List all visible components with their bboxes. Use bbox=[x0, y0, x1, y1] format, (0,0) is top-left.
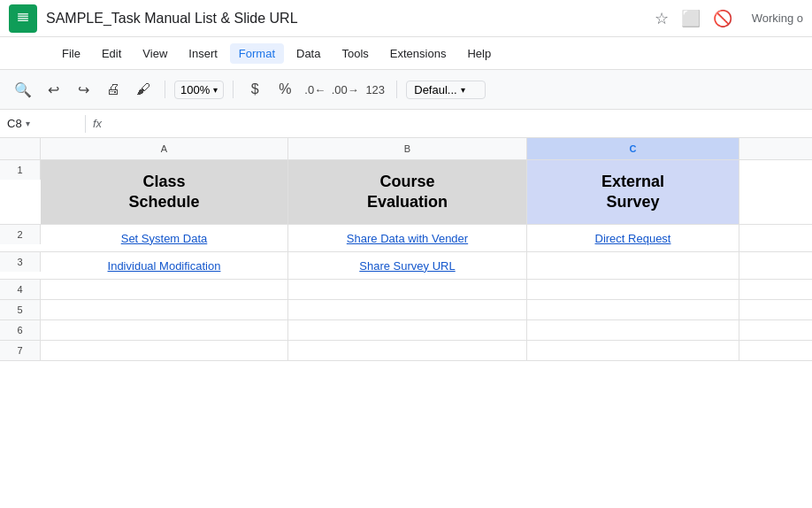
row-header-2: 2 bbox=[0, 225, 41, 244]
svg-rect-4 bbox=[18, 13, 28, 14]
title-icon-group: ☆ ⬜ 🚫 Working o bbox=[655, 9, 803, 28]
cell-a7[interactable] bbox=[41, 341, 288, 360]
menu-tools[interactable]: Tools bbox=[333, 43, 377, 64]
format-paint-button[interactable]: 🖌 bbox=[131, 77, 156, 102]
cell-a6[interactable] bbox=[41, 320, 288, 340]
table-row: 4 bbox=[0, 280, 812, 300]
format-select[interactable]: Defaul... ▾ bbox=[406, 81, 486, 99]
svg-rect-3 bbox=[18, 19, 28, 20]
cell-c5[interactable] bbox=[527, 300, 739, 319]
cell-ref-label: C8 bbox=[7, 117, 22, 130]
cell-a4[interactable] bbox=[41, 280, 288, 299]
menu-format[interactable]: Format bbox=[230, 43, 284, 64]
format-value: Defaul... bbox=[414, 83, 456, 96]
col-header-c[interactable]: C bbox=[527, 138, 739, 159]
cell-c6[interactable] bbox=[527, 320, 739, 340]
cell-a1[interactable]: ClassSchedule bbox=[41, 160, 288, 224]
decrease-decimal-button[interactable]: .0← bbox=[303, 77, 327, 102]
cell-c3[interactable] bbox=[527, 252, 739, 279]
svg-rect-1 bbox=[18, 15, 28, 16]
table-row: 1 ClassSchedule CourseEvaluation Externa… bbox=[0, 160, 812, 225]
cell-c1[interactable]: ExternalSurvey bbox=[527, 160, 739, 224]
row-header-1: 1 bbox=[0, 160, 41, 180]
cell-b6[interactable] bbox=[288, 320, 527, 340]
currency-button[interactable]: $ bbox=[242, 77, 267, 102]
increase-decimal-button[interactable]: .00→ bbox=[333, 77, 357, 102]
menu-file[interactable]: File bbox=[53, 43, 89, 64]
row-header-7: 7 bbox=[0, 341, 41, 360]
cell-b5[interactable] bbox=[288, 300, 527, 319]
divider-1 bbox=[165, 81, 165, 98]
menu-help[interactable]: Help bbox=[458, 43, 500, 64]
row-header-6: 6 bbox=[0, 320, 41, 340]
star-icon[interactable]: ☆ bbox=[655, 9, 669, 28]
svg-rect-2 bbox=[18, 18, 28, 19]
print-button[interactable]: 🖨 bbox=[101, 77, 126, 102]
col-header-b[interactable]: B bbox=[288, 138, 527, 159]
row-header-3: 3 bbox=[0, 252, 41, 272]
menu-bar: File Edit View Insert Format Data Tools … bbox=[0, 37, 812, 69]
column-headers: A B C bbox=[0, 138, 812, 160]
cell-a2[interactable]: Set System Data bbox=[41, 225, 288, 251]
link-b2[interactable]: Share Data with Vender bbox=[347, 232, 468, 245]
table-row: 6 bbox=[0, 320, 812, 341]
fx-label: fx bbox=[93, 117, 102, 130]
link-b3[interactable]: Share Survey URL bbox=[359, 259, 455, 273]
zoom-select[interactable]: 100% ▾ bbox=[174, 81, 224, 99]
share-icon[interactable]: ⬜ bbox=[681, 9, 701, 28]
title-bar: SAMPLE_Task Manual List & Slide URL ☆ ⬜ … bbox=[0, 0, 812, 37]
cell-c4[interactable] bbox=[527, 280, 739, 299]
col-header-a[interactable]: A bbox=[41, 138, 288, 159]
menu-data[interactable]: Data bbox=[287, 43, 329, 64]
search-button[interactable]: 🔍 bbox=[11, 77, 35, 102]
table-row: 3 Individual Modification Share Survey U… bbox=[0, 252, 812, 280]
menu-edit[interactable]: Edit bbox=[93, 43, 130, 64]
zoom-value: 100% bbox=[180, 83, 210, 96]
working-icon: 🚫 bbox=[713, 9, 732, 28]
cell-c7[interactable] bbox=[527, 341, 739, 360]
format-chevron-icon: ▾ bbox=[461, 85, 465, 95]
app-icon bbox=[9, 4, 37, 33]
cell-b7[interactable] bbox=[288, 341, 527, 360]
cell-a5[interactable] bbox=[41, 300, 288, 319]
cell-b4[interactable] bbox=[288, 280, 527, 299]
cell-b1[interactable]: CourseEvaluation bbox=[288, 160, 527, 224]
cell-ref-dropdown-icon[interactable]: ▾ bbox=[26, 119, 30, 128]
table-row: 2 Set System Data Share Data with Vender… bbox=[0, 225, 812, 252]
row-header-4: 4 bbox=[0, 280, 41, 299]
link-a3[interactable]: Individual Modification bbox=[108, 259, 221, 273]
table-row: 7 bbox=[0, 341, 812, 361]
formula-divider bbox=[85, 115, 86, 133]
cell-b3[interactable]: Share Survey URL bbox=[288, 252, 527, 279]
cell-b2[interactable]: Share Data with Vender bbox=[288, 225, 527, 251]
row-header-5: 5 bbox=[0, 300, 41, 319]
percent-button[interactable]: % bbox=[272, 77, 297, 102]
toolbar: 🔍 ↩ ↪ 🖨 🖌 100% ▾ $ % .0← .00→ 123 Defaul… bbox=[0, 69, 812, 110]
link-c2[interactable]: Direct Request bbox=[595, 232, 671, 245]
divider-3 bbox=[396, 81, 397, 98]
menu-extensions[interactable]: Extensions bbox=[381, 43, 456, 64]
table-row: 5 bbox=[0, 300, 812, 320]
cell-reference[interactable]: C8 ▾ bbox=[7, 117, 78, 130]
cell-c2[interactable]: Direct Request bbox=[527, 225, 739, 251]
document-title: SAMPLE_Task Manual List & Slide URL bbox=[46, 11, 655, 27]
spreadsheet: A B C 1 ClassSchedule CourseEvaluation E… bbox=[0, 138, 812, 361]
formula-bar: C8 ▾ fx bbox=[0, 110, 812, 138]
redo-button[interactable]: ↪ bbox=[71, 77, 96, 102]
link-a2[interactable]: Set System Data bbox=[121, 232, 208, 245]
number-format-button[interactable]: 123 bbox=[363, 77, 387, 102]
undo-button[interactable]: ↩ bbox=[41, 77, 65, 102]
working-status: Working o bbox=[752, 12, 803, 25]
cell-a3[interactable]: Individual Modification bbox=[41, 252, 288, 279]
corner-cell bbox=[0, 138, 41, 159]
zoom-chevron-icon: ▾ bbox=[213, 85, 218, 95]
menu-view[interactable]: View bbox=[134, 43, 176, 64]
menu-insert[interactable]: Insert bbox=[180, 43, 226, 64]
divider-2 bbox=[233, 81, 234, 98]
